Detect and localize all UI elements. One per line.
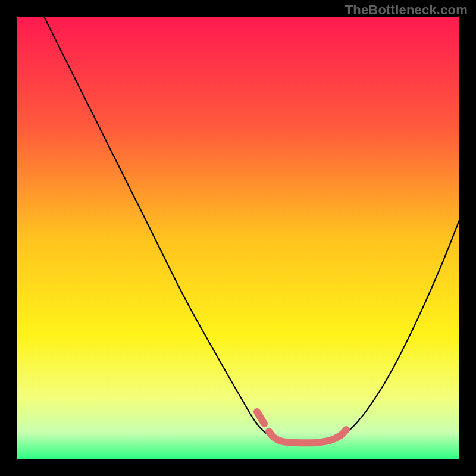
bottleneck-chart	[0, 0, 476, 476]
chart-stage: TheBottleneck.com	[0, 0, 476, 476]
